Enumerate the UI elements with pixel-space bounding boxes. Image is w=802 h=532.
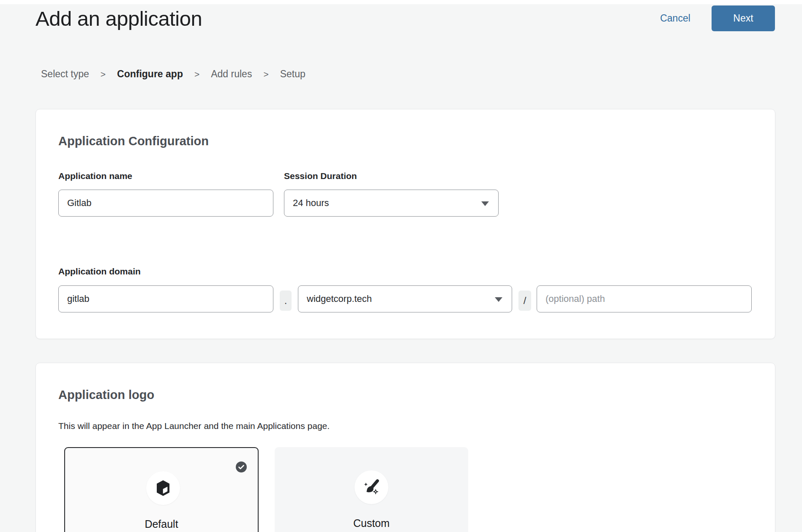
page-title: Add an application: [35, 7, 202, 30]
path-input[interactable]: [537, 285, 752, 312]
logo-option-default-label: Default: [65, 518, 258, 530]
application-logo-description: This will appear in the App Launcher and…: [58, 421, 330, 431]
dot-separator: .: [280, 290, 292, 311]
breadcrumb-separator: >: [194, 69, 199, 79]
logo-option-custom-label: Custom: [275, 517, 468, 529]
logo-option-default[interactable]: Default: [64, 447, 259, 532]
logo-option-custom[interactable]: Custom: [275, 447, 468, 532]
application-domain-label: Application domain: [58, 266, 141, 277]
chevron-down-icon: [481, 201, 489, 206]
application-name-input[interactable]: [58, 190, 273, 217]
breadcrumb-step-add-rules[interactable]: Add rules: [211, 68, 252, 80]
application-logo-card: Application logo This will appear in the…: [35, 363, 775, 532]
selected-check-icon: [236, 461, 247, 472]
breadcrumb: Select type > Configure app > Add rules …: [41, 68, 306, 80]
subdomain-input[interactable]: [58, 285, 273, 312]
breadcrumb-separator: >: [263, 69, 268, 79]
custom-logo-circle: [355, 470, 388, 504]
slash-separator: /: [518, 290, 531, 311]
application-name-label: Application name: [58, 171, 132, 181]
breadcrumb-step-select-type[interactable]: Select type: [41, 68, 89, 80]
cube-icon: [155, 480, 171, 497]
default-logo-circle: [146, 471, 180, 505]
breadcrumb-step-setup[interactable]: Setup: [280, 68, 306, 80]
domain-select-value: widgetcorp.tech: [307, 293, 372, 304]
chevron-down-icon: [495, 297, 502, 302]
application-configuration-card: Application Configuration Application na…: [35, 109, 775, 339]
paintbrush-icon: [363, 478, 380, 496]
session-duration-select[interactable]: 24 hours: [284, 190, 499, 217]
session-duration-value: 24 hours: [293, 198, 329, 209]
domain-select[interactable]: widgetcorp.tech: [298, 285, 512, 312]
breadcrumb-step-configure-app[interactable]: Configure app: [117, 68, 183, 80]
cancel-button[interactable]: Cancel: [654, 13, 696, 24]
next-button[interactable]: Next: [712, 5, 775, 31]
application-logo-title: Application logo: [58, 386, 154, 403]
breadcrumb-separator: >: [101, 69, 106, 79]
application-configuration-title: Application Configuration: [58, 133, 209, 149]
top-strip: [0, 0, 802, 4]
session-duration-label: Session Duration: [284, 171, 357, 181]
